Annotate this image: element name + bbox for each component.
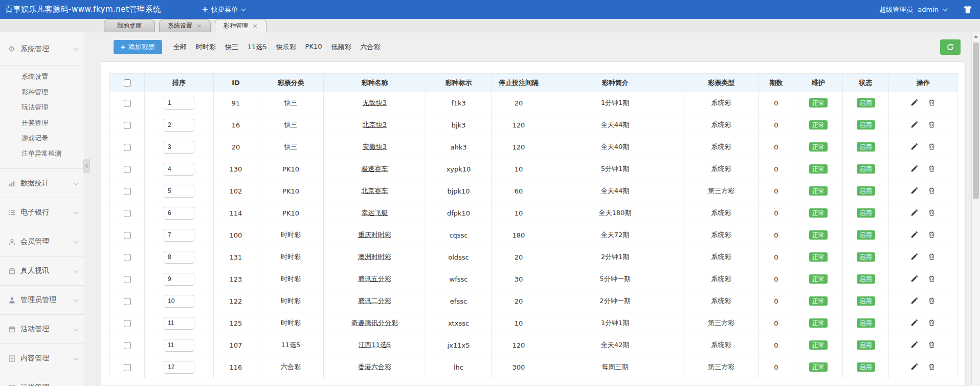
tab[interactable]: 我的桌面	[104, 19, 155, 32]
maintain-badge[interactable]: 正常	[809, 274, 828, 284]
sort-input[interactable]	[164, 163, 194, 176]
maintain-badge[interactable]: 正常	[809, 252, 828, 262]
delete-button[interactable]	[928, 187, 936, 195]
lottery-name-link[interactable]: 安徽快3	[363, 143, 387, 151]
scrollbar-thumb[interactable]	[973, 42, 979, 199]
sort-input[interactable]	[164, 273, 194, 286]
sidebar-section[interactable]: 真人视讯	[0, 256, 84, 286]
sidebar-subitem[interactable]: 系统设置	[0, 69, 84, 84]
delete-button[interactable]	[928, 121, 936, 129]
edit-button[interactable]	[910, 275, 919, 283]
maintain-badge[interactable]: 正常	[809, 318, 828, 328]
status-badge[interactable]: 启用	[857, 252, 875, 262]
edit-button[interactable]	[910, 363, 919, 371]
row-checkbox[interactable]	[124, 276, 131, 283]
row-checkbox[interactable]	[124, 298, 131, 305]
delete-button[interactable]	[928, 143, 936, 151]
filter-link[interactable]: PK10	[305, 42, 322, 52]
status-badge[interactable]: 启用	[857, 318, 875, 328]
delete-button[interactable]	[928, 297, 936, 305]
maintain-badge[interactable]: 正常	[809, 142, 828, 152]
sidebar-section[interactable]: ⚙ 系统管理	[0, 32, 84, 66]
sidebar-collapse-button[interactable]	[83, 159, 90, 173]
status-badge[interactable]: 启用	[857, 274, 875, 284]
delete-button[interactable]	[928, 209, 936, 217]
sort-input[interactable]	[164, 141, 194, 154]
vertical-scrollbar[interactable]	[971, 32, 980, 386]
row-checkbox[interactable]	[124, 364, 131, 371]
filter-link[interactable]: 快三	[225, 42, 238, 52]
delete-button[interactable]	[928, 363, 936, 371]
maintain-badge[interactable]: 正常	[809, 186, 828, 196]
sort-input[interactable]	[164, 361, 194, 374]
delete-button[interactable]	[928, 275, 936, 283]
status-badge[interactable]: 启用	[857, 296, 875, 306]
maintain-badge[interactable]: 正常	[809, 340, 828, 350]
row-checkbox[interactable]	[124, 232, 131, 239]
sidebar-subitem[interactable]: 开奖管理	[0, 115, 84, 131]
sidebar-section[interactable]: 内容管理	[0, 344, 84, 373]
status-badge[interactable]: 启用	[857, 186, 875, 196]
refresh-button[interactable]	[940, 39, 961, 55]
lottery-name-link[interactable]: 腾讯二分彩	[358, 297, 391, 305]
row-checkbox[interactable]	[124, 100, 131, 107]
maintain-badge[interactable]: 正常	[809, 208, 828, 218]
status-badge[interactable]: 启用	[857, 120, 875, 130]
user-menu[interactable]: admin	[918, 6, 946, 13]
filter-link[interactable]: 快乐彩	[276, 42, 296, 52]
status-badge[interactable]: 启用	[857, 142, 875, 152]
edit-button[interactable]	[910, 165, 919, 173]
delete-button[interactable]	[928, 165, 936, 173]
lottery-name-link[interactable]: 腾讯五分彩	[358, 275, 391, 283]
edit-button[interactable]	[910, 187, 919, 195]
lottery-name-link[interactable]: 北京赛车	[362, 187, 388, 195]
filter-link[interactable]: 六合彩	[361, 42, 381, 52]
row-checkbox[interactable]	[124, 144, 131, 151]
delete-button[interactable]	[928, 99, 936, 107]
maintain-badge[interactable]: 正常	[809, 98, 828, 108]
lottery-name-link[interactable]: 幸运飞艇	[362, 209, 388, 217]
status-badge[interactable]: 启用	[857, 208, 875, 218]
edit-button[interactable]	[910, 253, 919, 261]
edit-button[interactable]	[910, 143, 919, 151]
edit-button[interactable]	[910, 297, 919, 305]
status-badge[interactable]: 启用	[857, 230, 875, 240]
sidebar-section[interactable]: 电子银行	[0, 198, 84, 227]
edit-button[interactable]	[910, 99, 919, 107]
scroll-up-arrow-icon[interactable]	[974, 35, 978, 38]
row-checkbox[interactable]	[124, 166, 131, 173]
maintain-badge[interactable]: 正常	[809, 362, 828, 372]
edit-button[interactable]	[910, 231, 919, 239]
sort-input[interactable]	[164, 97, 194, 110]
lottery-name-link[interactable]: 北京快3	[363, 121, 387, 128]
quick-menu-button[interactable]: + 快捷菜单	[202, 5, 244, 14]
sidebar-section[interactable]: 活动管理	[0, 315, 84, 344]
sidebar-section[interactable]: 数据统计	[0, 169, 84, 198]
lottery-name-link[interactable]: 无敌快3	[363, 99, 387, 106]
delete-button[interactable]	[928, 231, 936, 239]
filter-link[interactable]: 低频彩	[331, 42, 351, 52]
sidebar-section[interactable]: 会员管理	[0, 227, 84, 256]
sidebar-subitem[interactable]: 玩法管理	[0, 100, 84, 115]
close-icon[interactable]: ×	[196, 23, 202, 29]
select-all-checkbox[interactable]	[124, 79, 131, 87]
tab[interactable]: 彩种管理 ×	[215, 19, 266, 32]
sidebar-subitem[interactable]: 彩种管理	[0, 84, 84, 100]
sort-input[interactable]	[164, 295, 194, 308]
delete-button[interactable]	[928, 341, 936, 349]
lottery-name-link[interactable]: 奇趣腾讯分分彩	[351, 319, 398, 327]
theme-icon[interactable]	[963, 5, 973, 15]
filter-link[interactable]: 11选5	[248, 42, 267, 52]
add-lottery-button[interactable]: + 添加彩票	[114, 40, 162, 54]
edit-button[interactable]	[910, 121, 919, 129]
sort-input[interactable]	[164, 229, 194, 242]
maintain-badge[interactable]: 正常	[809, 296, 828, 306]
row-checkbox[interactable]	[124, 342, 131, 349]
sidebar-subitem[interactable]: 游戏记录	[0, 131, 84, 146]
row-checkbox[interactable]	[124, 210, 131, 217]
sidebar-subitem[interactable]: 注单异常检测	[0, 146, 84, 161]
maintain-badge[interactable]: 正常	[809, 120, 828, 130]
status-badge[interactable]: 启用	[857, 340, 875, 350]
delete-button[interactable]	[928, 319, 936, 327]
row-checkbox[interactable]	[124, 122, 131, 129]
